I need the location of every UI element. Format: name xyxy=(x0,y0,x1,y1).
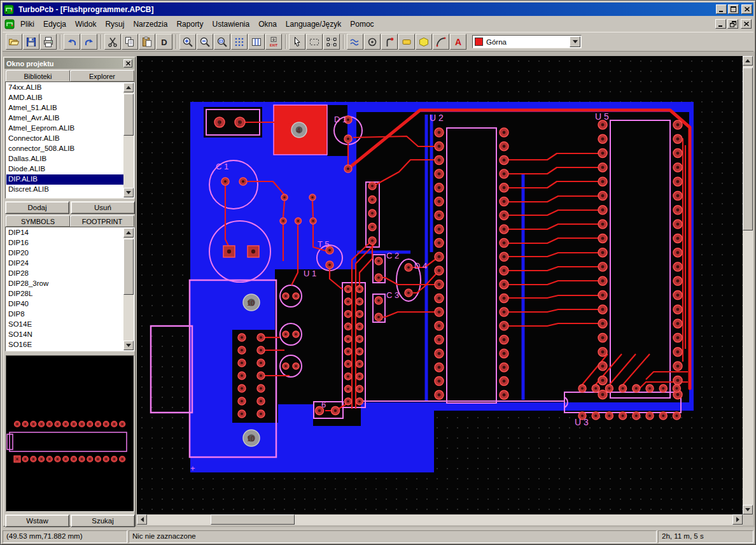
zoom-window-button[interactable] xyxy=(214,34,230,50)
scroll-up-button[interactable] xyxy=(743,56,753,66)
menu-narzedzia[interactable]: Narzedzia xyxy=(129,18,172,31)
pad-button[interactable] xyxy=(398,34,415,50)
canvas-vertical-scrollbar[interactable] xyxy=(743,56,753,514)
library-item[interactable]: Atmel_Eeprom.ALIB xyxy=(6,124,123,134)
library-item[interactable]: Dallas.ALIB xyxy=(6,154,123,164)
minimize-button[interactable] xyxy=(716,4,727,14)
menu-edycja[interactable]: Edycja xyxy=(39,18,71,31)
save-button[interactable] xyxy=(23,34,39,50)
library-tabs: BibliotekiExplorer xyxy=(6,70,134,81)
footprint-item[interactable]: SO14E xyxy=(6,320,123,330)
menu-raporty[interactable]: Raporty xyxy=(172,18,207,31)
paste-button[interactable] xyxy=(139,34,155,50)
via-button[interactable] xyxy=(364,34,381,50)
search-button[interactable]: Szukaj xyxy=(71,514,135,527)
menu-okna[interactable]: Okna xyxy=(254,18,281,31)
library-item[interactable]: connector_508.ALIB xyxy=(6,144,123,154)
pin-button[interactable] xyxy=(381,34,398,50)
pointer-button[interactable] xyxy=(289,34,305,50)
library-list-scrollbar[interactable] xyxy=(123,83,134,197)
print-button[interactable] xyxy=(40,34,57,50)
open-button[interactable] xyxy=(6,34,22,50)
library-item[interactable]: AMD.ALIB xyxy=(6,93,123,103)
library-item[interactable]: Discret.ALIB xyxy=(6,185,123,195)
tab-explorer[interactable]: Explorer xyxy=(70,70,134,81)
application-window: TurboPcb - [Flashprogrammer.APCB] PlikiE… xyxy=(0,0,756,545)
remove-library-button[interactable]: Usuń xyxy=(71,201,135,214)
arc-button[interactable] xyxy=(433,34,449,50)
text-button[interactable]: A xyxy=(450,34,466,50)
select-rectangle-button[interactable] xyxy=(306,34,323,50)
document-restore-button[interactable] xyxy=(727,19,738,29)
pcb-canvas[interactable]: U 2U 5U 3U 1C 2C 3T 5D 1C 1D 46+1010412 xyxy=(137,56,743,514)
tab-biblioteki[interactable]: Biblioteki xyxy=(6,70,70,81)
close-button[interactable] xyxy=(741,4,752,14)
scroll-down-button[interactable] xyxy=(123,341,134,350)
footprint-item[interactable]: DIP28_3row xyxy=(6,279,123,289)
zoom-in-button[interactable] xyxy=(179,34,196,50)
library-item[interactable]: DIP.ALIB xyxy=(6,174,123,185)
document-icon[interactable] xyxy=(4,19,15,29)
zone-button[interactable] xyxy=(416,34,432,50)
scroll-right-button[interactable] xyxy=(732,514,743,525)
menu-language-j-zyk[interactable]: Language/Język xyxy=(281,18,346,31)
menu-widok[interactable]: Widok xyxy=(71,18,101,31)
undo-button[interactable] xyxy=(64,34,80,50)
layer-select-arrow[interactable] xyxy=(570,36,580,47)
delete-d-button[interactable]: D xyxy=(156,34,172,50)
copy-button[interactable] xyxy=(122,34,138,50)
footprint-item[interactable]: DIP40 xyxy=(6,299,123,309)
footprint-item[interactable]: DIP8 xyxy=(6,309,123,320)
menu-pomoc[interactable]: Pomoc xyxy=(346,18,378,31)
document-minimize-button[interactable] xyxy=(715,19,726,29)
tab-symbols[interactable]: SYMBOLS xyxy=(6,215,70,227)
redo-button[interactable] xyxy=(81,34,97,50)
project-panel-close-button[interactable] xyxy=(123,59,132,67)
footprint-item[interactable]: SO16E xyxy=(6,340,123,350)
layer-select[interactable]: Górna xyxy=(472,35,582,48)
footprint-preview xyxy=(6,355,134,512)
canvas-horizontal-scrollbar[interactable] xyxy=(137,514,743,525)
document-close-button[interactable] xyxy=(741,19,752,29)
zoom-out-button[interactable] xyxy=(197,34,213,50)
footprint-item[interactable]: DIP16 xyxy=(6,238,123,248)
project-panel-header[interactable]: Okno projektu xyxy=(4,58,134,69)
footprint-item[interactable]: DIP28 xyxy=(6,269,123,279)
cut-button[interactable] xyxy=(104,34,121,50)
title-bar[interactable]: TurboPcb - [Flashprogrammer.APCB] xyxy=(3,3,753,16)
scrollbar-thumb[interactable] xyxy=(123,239,134,295)
library-item[interactable]: Connector.ALIB xyxy=(6,134,123,144)
footprint-item[interactable]: DIP14 xyxy=(6,228,123,238)
resize-handles-button[interactable] xyxy=(323,34,340,50)
footprint-item[interactable]: DIP24 xyxy=(6,258,123,269)
insert-button[interactable]: Wstaw xyxy=(5,514,69,527)
library-item[interactable]: Atmel_Avr.ALIB xyxy=(6,113,123,124)
footprint-item[interactable]: DIP20 xyxy=(6,248,123,258)
scroll-up-button[interactable] xyxy=(123,83,134,92)
scrollbar-thumb[interactable] xyxy=(123,94,134,136)
tracks-button[interactable] xyxy=(347,34,363,50)
menu-rysuj[interactable]: Rysuj xyxy=(101,18,129,31)
add-library-button[interactable]: Dodaj xyxy=(5,201,69,214)
scroll-down-button[interactable] xyxy=(743,505,753,514)
scroll-up-button[interactable] xyxy=(123,228,134,237)
exit-button[interactable]: EXIT xyxy=(265,34,282,50)
footprint-item[interactable]: SO14N xyxy=(6,330,123,340)
split-columns-button[interactable] xyxy=(248,34,265,50)
menu-ustawienia[interactable]: Ustawienia xyxy=(207,18,254,31)
footprint-list-items: DIP14DIP16DIP20DIP24DIP28DIP28_3rowDIP28… xyxy=(6,228,123,350)
footprint-list-scrollbar[interactable] xyxy=(123,228,134,350)
grid-button[interactable] xyxy=(231,34,248,50)
scroll-down-button[interactable] xyxy=(123,188,134,197)
scroll-left-button[interactable] xyxy=(137,514,147,525)
library-item[interactable]: 74xx.ALIB xyxy=(6,83,123,93)
menu-pliki[interactable]: Pliki xyxy=(16,18,39,31)
library-item[interactable]: Atmel_51.ALIB xyxy=(6,103,123,113)
maximize-button[interactable] xyxy=(728,4,739,14)
scrollbar-thumb[interactable] xyxy=(743,67,753,230)
svg-text:C 3: C 3 xyxy=(386,290,399,300)
library-item[interactable]: Diode.ALIB xyxy=(6,164,123,174)
scrollbar-thumb[interactable] xyxy=(211,514,295,525)
tab-footprint[interactable]: FOOTPRINT xyxy=(70,215,134,227)
footprint-item[interactable]: DIP28L xyxy=(6,289,123,299)
